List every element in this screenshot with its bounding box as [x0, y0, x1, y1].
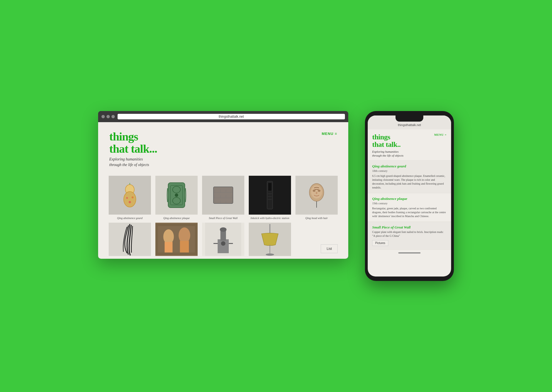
artifact-machine	[200, 223, 247, 256]
desktop-logo-area: things that talk... Exploring humanities…	[109, 130, 157, 167]
svg-point-24	[313, 190, 315, 192]
svg-point-5	[132, 197, 134, 198]
scene: thingsthattalk.net things that talk... E…	[26, 111, 526, 281]
phone-item-desc-2: Rectangular, green jade, plaque, carved …	[372, 207, 447, 218]
desktop-artifacts-row1: Qing abstinence gourd	[98, 173, 348, 223]
phone-pictures-button[interactable]: Pictures	[372, 240, 388, 246]
list-button-area: List	[293, 223, 340, 256]
svg-rect-33	[180, 241, 189, 253]
phone-notch	[396, 115, 423, 122]
phone-menu-button[interactable]: MENU =	[434, 133, 447, 136]
svg-point-39	[220, 227, 227, 232]
artifact-gourd-caption: Qing abstinence gourd	[117, 216, 142, 220]
artifact-inkstick-image	[249, 176, 291, 215]
desktop-logo: things that talk...	[109, 130, 157, 155]
phone-artifact-list: Qing abstinence gourd 18th century 6.5 c…	[368, 161, 451, 250]
desktop-browser: thingsthattalk.net things that talk... E…	[98, 111, 348, 259]
phone-item-desc-3: Copper plate with elegant font nailed to…	[372, 230, 447, 238]
artifact-plaque-caption: Qing abstinence plaque	[163, 216, 190, 220]
phone-home-indicator	[398, 252, 421, 253]
artifact-inkstick: Inkstick with hydro-electric station	[247, 176, 293, 220]
phone-logo: things that talk..	[372, 133, 404, 149]
phone-item-title-2: Qing abstinence plaque	[372, 197, 447, 201]
phone-screen: thingsthattalk.net things that talk.. Ex…	[368, 115, 451, 277]
desktop-site-header: things that talk... Exploring humanities…	[98, 122, 348, 173]
phone-list-item: Qing abstinence gourd 18th century 6.5 c…	[368, 161, 451, 193]
browser-dot-yellow	[106, 115, 110, 118]
svg-point-25	[318, 190, 320, 192]
artifact-plaque-image	[155, 176, 198, 215]
svg-point-27	[316, 192, 317, 194]
artifact-machine-image	[202, 223, 244, 256]
desktop-subtitle: Exploring humanities through the life of…	[109, 157, 157, 167]
artifact-lamp-image	[249, 223, 291, 256]
artifact-people-image	[155, 223, 198, 256]
svg-point-4	[126, 197, 128, 199]
browser-dot-red	[101, 115, 105, 118]
browser-addressbar[interactable]: thingsthattalk.net	[118, 114, 345, 119]
phone-item-buttons-3: Pictures	[372, 240, 447, 246]
artifact-wall-image	[202, 176, 244, 215]
svg-point-10	[175, 194, 178, 197]
artifact-hair	[106, 223, 153, 256]
phone-item-title-1: Qing abstinence gourd	[372, 164, 447, 169]
browser-chrome: thingsthattalk.net	[98, 111, 348, 122]
artifact-gourd: Qing abstinence gourd	[106, 176, 153, 220]
browser-dots	[101, 115, 115, 118]
artifact-wall-caption: Small Piece of Great Wall	[209, 216, 238, 220]
desktop-artifacts-row2: List	[98, 223, 348, 259]
browser-dot-green	[111, 115, 115, 118]
phone-list-item: Qing abstinence plaque 19th century Rect…	[368, 193, 451, 222]
mobile-phone: thingsthattalk.net things that talk.. Ex…	[365, 111, 454, 281]
artifact-lamp	[247, 223, 293, 256]
list-button[interactable]: List	[321, 244, 338, 253]
phone-logo-area: things that talk.. Exploring humanities …	[372, 133, 404, 158]
svg-point-1	[124, 192, 136, 207]
artifact-plaque: Qing abstinence plaque	[153, 176, 200, 220]
artifact-head: Qing head with hair	[293, 176, 340, 220]
phone-item-century-1: 18th century	[372, 169, 447, 172]
phone-content: things that talk.. Exploring humanities …	[368, 129, 451, 250]
browser-content: things that talk... Exploring humanities…	[98, 122, 348, 259]
svg-rect-32	[165, 242, 173, 253]
svg-point-3	[129, 201, 131, 203]
artifact-gourd-image	[109, 176, 151, 215]
svg-point-40	[221, 241, 225, 246]
svg-rect-18	[268, 183, 272, 191]
phone-subtitle: Exploring humanities through the life of…	[372, 150, 404, 158]
svg-rect-36	[220, 231, 226, 241]
desktop-menu-button[interactable]: MENU =	[322, 130, 337, 136]
svg-point-30	[163, 229, 174, 244]
artifact-wall: Small Piece of Great Wall	[200, 176, 247, 220]
phone-item-century-2: 19th century	[372, 202, 447, 205]
artifact-hair-image	[109, 223, 151, 256]
svg-point-44	[266, 253, 274, 256]
artifact-people	[153, 223, 200, 256]
artifact-head-caption: Qing head with hair	[305, 216, 328, 220]
artifact-inkstick-caption: Inkstick with hydro-electric station	[250, 216, 289, 220]
phone-list-item: Small Piece of Great Wall Copper plate w…	[368, 222, 451, 250]
phone-item-desc-1: 6.5 cm high gourd-shaped abstinence plaq…	[372, 174, 447, 190]
phone-item-title-3: Small Piece of Great Wall	[372, 225, 447, 230]
svg-rect-12	[213, 187, 233, 203]
phone-home-bar	[368, 250, 451, 256]
phone-site-header: things that talk.. Exploring humanities …	[368, 129, 451, 161]
artifact-head-image	[295, 176, 338, 215]
